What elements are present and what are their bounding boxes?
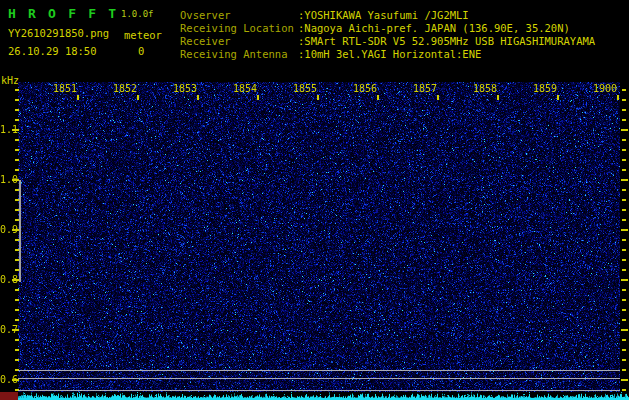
station-info-value: :Nagoya Aichi-pref. JAPAN (136.90E, 35.2… xyxy=(298,22,570,35)
freq-tick-label: 0.8 xyxy=(0,274,13,285)
freq-minor-tick-right xyxy=(622,159,626,161)
station-info-label: Receiving Antenna xyxy=(180,48,298,61)
marker-line-middle xyxy=(18,378,620,379)
freq-tick-label: 0.9 xyxy=(0,224,13,235)
signal-strip-red-block xyxy=(0,392,18,400)
freq-tick-label: 1.1 xyxy=(0,124,13,135)
freq-minor-tick-right xyxy=(622,89,626,91)
station-info-label: Ovserver xyxy=(180,9,298,22)
station-info-label: Receiver xyxy=(180,35,298,48)
freq-major-tick-right xyxy=(621,279,628,281)
station-info-value: :10mH 3el.YAGI Horizontal:ENE xyxy=(298,48,481,61)
freq-minor-tick-right xyxy=(622,369,626,371)
marker-line-lower xyxy=(18,390,620,391)
spectrogram-canvas xyxy=(18,82,620,392)
freq-minor-tick-right xyxy=(622,269,626,271)
mode-label: meteor xyxy=(124,29,162,41)
freq-minor-tick-right xyxy=(622,259,626,261)
freq-minor-tick-right xyxy=(622,319,626,321)
freq-minor-tick-right xyxy=(622,249,626,251)
freq-tick-label: 0.6 xyxy=(0,374,13,385)
freq-minor-tick-right xyxy=(622,209,626,211)
freq-minor-tick-right xyxy=(622,289,626,291)
station-info-row: Receiving Antenna:10mH 3el.YAGI Horizont… xyxy=(180,48,595,61)
output-filename: YY2610291850.png xyxy=(8,27,109,39)
station-info-row: Receiver:SMArt RTL-SDR V5 52.905MHz USB … xyxy=(180,35,595,48)
freq-minor-tick-right xyxy=(622,139,626,141)
calibration-bar xyxy=(19,180,21,282)
app-version: 1.0.0f xyxy=(121,9,154,19)
echo-count: 0 xyxy=(138,45,144,57)
freq-minor-tick-right xyxy=(622,169,626,171)
freq-minor-tick-right xyxy=(622,339,626,341)
freq-minor-tick-right xyxy=(622,149,626,151)
freq-minor-tick-right xyxy=(622,199,626,201)
freq-minor-tick-right xyxy=(622,119,626,121)
freq-major-tick-right xyxy=(621,379,628,381)
freq-minor-tick-right xyxy=(622,349,626,351)
hrofft-window: { "app": { "title": "H R O F F T", "vers… xyxy=(0,0,629,400)
khz-axis-label: kHz xyxy=(1,75,19,86)
freq-minor-tick-right xyxy=(622,189,626,191)
marker-line-upper xyxy=(18,370,620,371)
app-title: H R O F F T xyxy=(8,6,118,21)
freq-tick-label: 0.7 xyxy=(0,324,13,335)
freq-minor-tick-right xyxy=(622,309,626,311)
signal-strip-canvas xyxy=(18,392,629,400)
freq-major-tick-right xyxy=(621,129,628,131)
station-info-value: :YOSHIKAWA Yasufumi /JG2MLI xyxy=(298,9,469,22)
freq-minor-tick-right xyxy=(622,359,626,361)
freq-minor-tick-right xyxy=(622,239,626,241)
freq-minor-tick-right xyxy=(622,299,626,301)
freq-major-tick-right xyxy=(621,229,628,231)
station-info-row: Ovserver:YOSHIKAWA Yasufumi /JG2MLI xyxy=(180,9,595,22)
freq-major-tick-right xyxy=(621,329,628,331)
freq-minor-tick-right xyxy=(622,109,626,111)
station-info-value: :SMArt RTL-SDR V5 52.905MHz USB HIGASHIM… xyxy=(298,35,595,48)
observation-datetime: 26.10.29 18:50 xyxy=(8,45,97,57)
station-info-row: Receiving Location:Nagoya Aichi-pref. JA… xyxy=(180,22,595,35)
freq-minor-tick-right xyxy=(622,219,626,221)
freq-minor-tick-right xyxy=(622,99,626,101)
station-info-label: Receiving Location xyxy=(180,22,298,35)
station-info: Ovserver:YOSHIKAWA Yasufumi /JG2MLIRecei… xyxy=(180,9,595,61)
freq-tick-label: 1.0 xyxy=(0,174,13,185)
freq-major-tick-right xyxy=(621,179,628,181)
freq-minor-tick-right xyxy=(622,389,626,391)
